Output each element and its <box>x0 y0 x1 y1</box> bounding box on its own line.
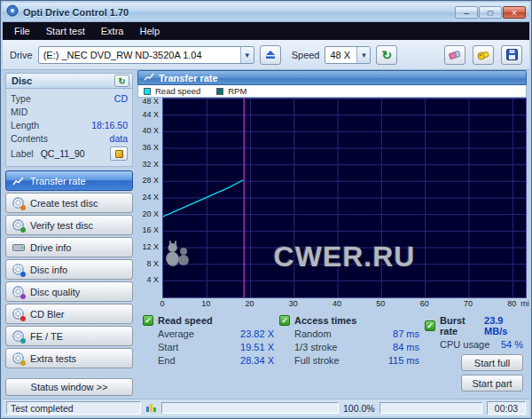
test-nav: Transfer rate Create test disc Verify te… <box>5 170 133 368</box>
chevron-down-icon[interactable]: ▾ <box>356 47 370 63</box>
refresh-disc-button[interactable]: ↻ <box>114 75 129 87</box>
result-row: Random87 ms <box>279 328 419 339</box>
result-row: Full stroke115 ms <box>279 355 419 366</box>
drive-toolbar: Drive (E:) _NEC DVD_RW ND-3520A 1.04 ▾ S… <box>3 40 529 70</box>
label-tag-icon <box>115 150 123 158</box>
disc-field-type: Type CD <box>11 91 128 105</box>
checkbox-burst-rate[interactable]: ✓ <box>425 320 435 331</box>
progress-percent: 100.0% <box>343 403 375 414</box>
nav-verify-test-disc[interactable]: Verify test disc <box>5 215 133 235</box>
read-speed-results: ✓ Read speed Average23.82 X Start19.51 X… <box>143 315 274 397</box>
x-tick-label: 80 <box>507 299 516 308</box>
save-icon <box>506 49 518 60</box>
result-row: Start19.51 X <box>143 342 274 352</box>
menu-extra[interactable]: Extra <box>93 24 132 38</box>
y-tick-label: 16 X <box>142 225 159 234</box>
y-axis-labels: 4 X8 X12 X16 X20 X24 X28 X32 X36 X40 X44… <box>137 98 162 298</box>
menu-help[interactable]: Help <box>131 24 168 38</box>
elapsed-time: 00:03 <box>487 401 526 415</box>
nav-create-test-disc[interactable]: Create test disc <box>5 193 133 213</box>
x-tick-label: 60 <box>420 299 429 308</box>
plot-area: CWER.RU <box>162 98 527 298</box>
result-row: Average23.82 X <box>143 328 274 339</box>
menu-start-test[interactable]: Start test <box>38 24 93 38</box>
speed-select[interactable]: 48 X ▾ <box>325 46 371 64</box>
main-panel: Transfer rate Read speed RPM 4 X8 X12 X1… <box>136 70 529 399</box>
disc-check-icon <box>12 218 25 232</box>
checkbox-read-speed[interactable]: ✓ <box>143 315 153 326</box>
start-part-button[interactable]: Start part <box>461 375 523 391</box>
disc-fete-icon <box>12 329 25 343</box>
status-window-button[interactable]: Status window >> <box>5 378 133 396</box>
y-tick-label: 28 X <box>142 176 159 185</box>
ducks-button[interactable] <box>473 45 494 65</box>
x-axis-labels: 01020304050607080min <box>137 298 527 310</box>
panel-header: Transfer rate <box>137 70 527 85</box>
legend-read-speed: Read speed <box>155 86 200 96</box>
titlebar: Opti Drive Control 1.70 – □ × <box>3 3 529 22</box>
disc-icon <box>12 196 25 210</box>
disc-extra-icon <box>12 352 25 365</box>
x-tick-label: 50 <box>376 299 385 308</box>
erase-disc-button[interactable] <box>444 45 466 65</box>
drive-label: Drive <box>10 50 33 60</box>
eject-icon <box>265 50 276 59</box>
status-graph-icon <box>145 400 157 416</box>
y-tick-label: 20 X <box>142 210 159 218</box>
burst-rate-value: 23.9 MB/s <box>484 315 523 336</box>
nav-disc-quality[interactable]: Disc quality <box>5 281 133 302</box>
progress-bar <box>161 402 339 414</box>
chart-icon <box>144 73 154 83</box>
y-tick-label: 36 X <box>142 143 159 152</box>
rpm-swatch <box>216 88 223 95</box>
maximize-button[interactable]: □ <box>479 6 502 19</box>
y-tick-label: 8 X <box>146 259 159 268</box>
y-tick-label: 48 X <box>142 97 159 106</box>
ducks-icon <box>477 50 489 60</box>
burst-rate-results: ✓ Burst rate 23.9 MB/s CPU usage54 % Sta… <box>425 315 523 397</box>
disc-bler-icon <box>12 307 25 320</box>
y-tick-label: 32 X <box>142 160 159 169</box>
edit-label-button[interactable] <box>110 146 128 161</box>
checkbox-access-times[interactable]: ✓ <box>279 315 290 326</box>
results: ✓ Read speed Average23.82 X Start19.51 X… <box>137 310 527 399</box>
access-times-results: ✓ Access times Random87 ms 1/3 stroke84 … <box>279 315 419 397</box>
chart-legend: Read speed RPM <box>137 85 527 98</box>
disc-quality-icon <box>12 285 25 298</box>
status-text: Test completed <box>6 401 141 415</box>
read-speed-swatch <box>144 88 151 95</box>
save-button[interactable] <box>501 45 522 65</box>
start-full-button[interactable]: Start full <box>461 354 523 371</box>
disc-field-contents: Contents data <box>11 131 128 145</box>
y-tick-label: 24 X <box>142 193 159 202</box>
disc-field-mid: MID <box>11 105 128 118</box>
drive-select[interactable]: (E:) _NEC DVD_RW ND-3520A 1.04 ▾ <box>38 46 254 64</box>
menubar: File Start test Extra Help <box>3 22 529 40</box>
nav-cd-bler[interactable]: CD Bler <box>5 304 133 324</box>
eject-button[interactable] <box>260 45 281 65</box>
chevron-down-icon[interactable]: ▾ <box>240 47 254 63</box>
x-tick-label: 40 <box>332 299 341 308</box>
nav-drive-info[interactable]: Drive info <box>5 237 133 257</box>
disc-field-length: Length 18:16.50 <box>11 118 128 131</box>
window-title: Opti Drive Control 1.70 <box>23 7 450 18</box>
nav-extra-tests[interactable]: Extra tests <box>5 348 133 368</box>
y-tick-label: 4 X <box>146 275 159 284</box>
transfer-rate-chart <box>163 99 526 297</box>
menu-file[interactable]: File <box>6 24 38 38</box>
refresh-speeds-button[interactable]: ↻ <box>376 45 397 65</box>
app-icon <box>6 4 19 20</box>
nav-fe-te[interactable]: FE / TE <box>5 326 133 346</box>
speed-label: Speed <box>292 50 320 60</box>
result-row: 1/3 stroke84 ms <box>279 342 419 352</box>
disc-info-icon <box>12 263 25 276</box>
close-button[interactable]: × <box>503 6 526 19</box>
transfer-chart-icon <box>12 174 25 187</box>
nav-transfer-rate[interactable]: Transfer rate <box>5 170 133 191</box>
nav-disc-info[interactable]: Disc info <box>5 259 133 280</box>
y-tick-label: 40 X <box>142 126 159 135</box>
minimize-button[interactable]: – <box>455 6 478 19</box>
drive-icon <box>12 241 25 254</box>
disc-info-panel: Type CD MID Length 18:16.50 Contents dat… <box>5 89 133 167</box>
disc-field-label: Label QC_11_90 <box>11 145 128 162</box>
